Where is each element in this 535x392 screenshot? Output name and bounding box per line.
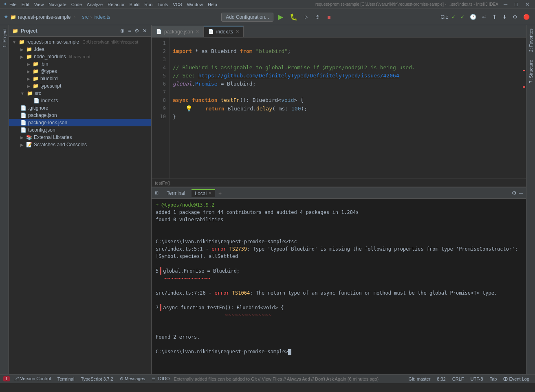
tree-typescript[interactable]: ▶ 📁 typescript <box>9 82 151 90</box>
tree-scratches[interactable]: ▶ 📝 Scratches and Consoles <box>9 141 151 148</box>
left-sidebar-icons: 1: Project <box>0 25 9 374</box>
folder-icon: 📁 <box>27 90 33 96</box>
close-button[interactable]: ✕ <box>523 0 532 9</box>
git-file-icon: 📄 <box>20 105 26 111</box>
menu-file[interactable]: File <box>9 2 17 7</box>
terminal-cmd-line: C:\Users\ivan.nikitin\request-promise-sa… <box>156 238 522 245</box>
sidebar-favorites-label[interactable]: 2: Favorites <box>528 29 533 52</box>
tree-index-ts[interactable]: 📄 index.ts <box>9 97 151 104</box>
terminal-actions: ⚙ ─ <box>512 190 523 196</box>
tab-close-button[interactable]: ✕ <box>196 29 199 34</box>
stop-button[interactable]: ■ <box>325 13 332 22</box>
status-messages[interactable]: ⊘ Messages <box>117 376 148 381</box>
tree-package-json[interactable]: 📄 package.json <box>9 112 151 119</box>
profile-button[interactable]: ⏱ <box>313 13 322 21</box>
run-button[interactable]: ▶ <box>277 12 285 22</box>
error-code-block: global.Promise = Bluebird; <box>160 267 240 275</box>
menu-analyze[interactable]: Analyze <box>87 2 103 7</box>
status-git[interactable]: Git: master <box>406 377 433 381</box>
panel-scope-button[interactable]: ⊕ <box>119 27 125 35</box>
terminal-line: added 1 package from 44 contributors and… <box>156 209 522 216</box>
git-label: Git: <box>440 14 448 20</box>
add-configuration-button[interactable]: Add Configuration... <box>221 13 273 22</box>
tree-node-modules[interactable]: ▶ 📁 node_modules library root <box>9 53 151 60</box>
tree-idea[interactable]: ▶ 📁 .idea <box>9 46 151 53</box>
add-terminal-button[interactable]: + <box>218 190 222 196</box>
tree-bin[interactable]: ▶ 📁 .bin <box>9 60 151 68</box>
git-check1[interactable]: ✓ <box>450 13 457 21</box>
tree-tsconfig-json[interactable]: 📄 tsconfig.json <box>9 126 151 134</box>
tree-item-label: typescript <box>40 83 61 89</box>
menu-vcs[interactable]: VCS <box>173 2 182 7</box>
main-area: 1: Project 📁 Project ⊕ ≡ ⚙ ✕ ▼ 📁 request… <box>0 25 535 374</box>
status-todo[interactable]: ☰ TODO <box>149 376 172 381</box>
tab-close-button[interactable]: ✕ <box>236 29 239 34</box>
terminal-output[interactable]: + @types/node@13.9.2 added 1 package fro… <box>152 199 526 374</box>
status-event-log[interactable]: ⓵ Event Log <box>501 377 532 381</box>
toolbar-collapse-button[interactable]: 🔴 <box>521 13 532 21</box>
status-utf8[interactable]: UTF-8 <box>468 377 485 381</box>
menu-window[interactable]: Window <box>187 2 203 7</box>
minimize-button[interactable]: ─ <box>502 0 509 9</box>
menu-navigate[interactable]: Navigate <box>48 2 66 7</box>
status-crlf[interactable]: CRLF <box>450 377 467 381</box>
tab-terminal-main[interactable]: Terminal <box>163 189 188 197</box>
panel-settings-button[interactable]: ⚙ <box>134 27 140 35</box>
panel-close-button[interactable]: ✕ <box>142 27 148 35</box>
app-icon: ✦ <box>3 2 7 7</box>
sidebar-structure-label[interactable]: 7: Structure <box>528 60 533 83</box>
terminal-underline-2: ~~~~~~~~~~~~~~ <box>225 311 522 319</box>
menu-view[interactable]: View <box>34 2 44 7</box>
tree-package-lock-json[interactable]: 📄 package-lock.json <box>9 119 151 126</box>
window-title: request-promise-sample [C:\Users\ivan.ni… <box>315 2 498 7</box>
tree-gitignore[interactable]: 📄 .gitignore <box>9 104 151 112</box>
tab-local-close[interactable]: ✕ <box>208 191 212 196</box>
code-content[interactable]: import * as Bluebird from "bluebird"; //… <box>170 37 521 178</box>
menu-build[interactable]: Build <box>130 2 139 7</box>
git-history-button[interactable]: 🕐 <box>468 13 478 21</box>
menu-tools[interactable]: Tools <box>157 2 168 7</box>
tree-item-label: package-lock.json <box>28 120 67 126</box>
tree-bluebird[interactable]: ▶ 📁 bluebird <box>9 75 151 82</box>
menu-code[interactable]: Code <box>71 2 82 7</box>
tree-types[interactable]: ▶ 📁 @types <box>9 68 151 75</box>
menu-refactor[interactable]: Refactor <box>108 2 125 7</box>
tab-local-label: Local <box>195 191 207 196</box>
tab-label: package.json <box>164 29 193 35</box>
toolbar-settings-button[interactable]: ⚙ <box>511 13 520 21</box>
status-typescript[interactable]: TypeScript 3.7.2 <box>78 377 116 381</box>
status-indent[interactable]: Tab <box>487 377 500 381</box>
menu-run[interactable]: Run <box>144 2 152 7</box>
toolbar: ✦ 📁 request-promise-sample › src › index… <box>0 9 535 25</box>
tab-local[interactable]: Local ✕ <box>192 189 215 197</box>
status-time[interactable]: 8:32 <box>434 377 448 381</box>
sidebar-icon-project[interactable]: 1: Project <box>2 29 7 47</box>
git-rollback-button[interactable]: ↩ <box>480 13 489 21</box>
tree-external-libs[interactable]: ▶ 📚 External Libraries <box>9 134 151 141</box>
panel-collapse-button[interactable]: ≡ <box>127 27 132 35</box>
tab-index-ts[interactable]: 📄 index.ts ✕ <box>204 26 244 37</box>
folder-icon: 📁 <box>33 68 39 74</box>
terminal-error-line-2: src/index.ts:7:26 - error TS1064: The re… <box>156 289 522 297</box>
tree-root[interactable]: ▼ 📁 request-promise-sample C:\Users\ivan… <box>9 38 151 46</box>
maximize-button[interactable]: □ <box>513 0 520 9</box>
tree-src[interactable]: ▼ 📁 src <box>9 90 151 97</box>
file-tree: ▼ 📁 request-promise-sample C:\Users\ivan… <box>9 37 151 374</box>
git-push-button[interactable]: ⬆ <box>490 13 499 21</box>
breadcrumb-file[interactable]: index.ts <box>93 14 110 20</box>
status-vcs[interactable]: ⎇ Version Control <box>11 376 53 381</box>
menu-edit[interactable]: Edit <box>22 2 29 7</box>
breadcrumb-src[interactable]: src <box>82 14 88 20</box>
terminal-settings-button[interactable]: ⚙ <box>512 190 517 196</box>
arrow-icon: ▶ <box>20 135 24 140</box>
folder-icon: 📁 <box>26 54 32 59</box>
coverage-button[interactable]: ▷ <box>303 13 310 21</box>
git-check2[interactable]: ✓ <box>459 13 466 21</box>
git-fetch-button[interactable]: ⬇ <box>500 13 509 21</box>
debug-button[interactable]: 🐛 <box>288 12 299 22</box>
terminal-minimize-button[interactable]: ─ <box>519 190 523 196</box>
tab-package-json[interactable]: 📄 package.json ✕ <box>152 26 204 37</box>
status-terminal[interactable]: Terminal <box>55 377 77 381</box>
terminal-line <box>156 260 522 267</box>
menu-help[interactable]: Help <box>208 2 217 7</box>
